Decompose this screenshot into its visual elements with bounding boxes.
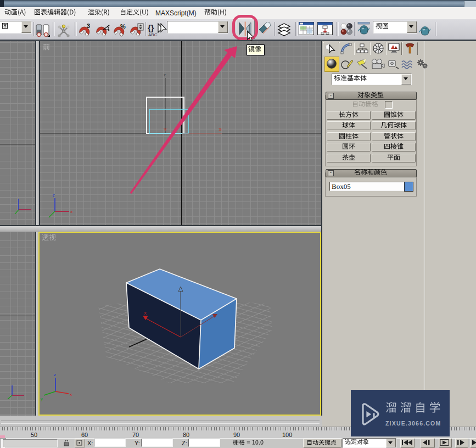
svg-text:z: z bbox=[54, 372, 56, 377]
svg-text:x: x bbox=[70, 392, 72, 397]
svg-text:X: X bbox=[144, 311, 147, 316]
svg-text:z: z bbox=[164, 72, 166, 77]
svg-text:z: z bbox=[53, 193, 55, 198]
svg-text:Y: Y bbox=[164, 127, 167, 132]
svg-text:y: y bbox=[41, 396, 43, 401]
svg-text:X: X bbox=[219, 127, 222, 132]
svg-text:x: x bbox=[70, 209, 72, 214]
svg-text:ABC: ABC bbox=[148, 32, 158, 37]
svg-text:3: 3 bbox=[87, 23, 90, 29]
svg-text:%: % bbox=[120, 23, 126, 30]
svg-text:{}: {} bbox=[148, 23, 154, 32]
